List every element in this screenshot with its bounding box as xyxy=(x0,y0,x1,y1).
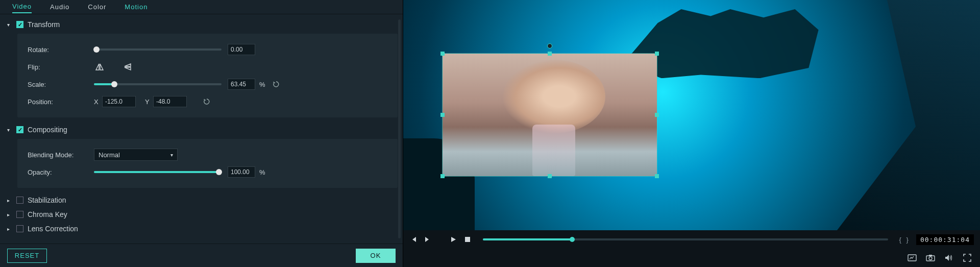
tab-color[interactable]: Color xyxy=(88,1,106,13)
quality-icon[interactable] xyxy=(908,253,917,262)
section-compositing-header[interactable]: ▾ ✓ Compositing xyxy=(5,123,398,137)
mark-in-out-icon[interactable]: { } xyxy=(899,236,910,244)
fullscreen-icon[interactable] xyxy=(963,253,972,262)
section-lens-correction-title: Lens Correction xyxy=(28,225,78,233)
resize-handle[interactable] xyxy=(655,52,659,56)
rotate-input[interactable] xyxy=(228,44,255,55)
section-stabilization-header[interactable]: ▸ Stabilization xyxy=(5,193,398,207)
section-lens-correction-header[interactable]: ▸ Lens Correction xyxy=(5,222,398,236)
section-stabilization-title: Stabilization xyxy=(28,196,66,204)
section-transform-header[interactable]: ▾ ✓ Transform xyxy=(5,17,398,32)
opacity-input[interactable] xyxy=(228,166,255,178)
tab-audio[interactable]: Audio xyxy=(50,1,69,13)
pos-x-label: X xyxy=(94,98,102,106)
preview-panel: { } 00:00:31:04 xyxy=(403,0,980,267)
position-x-input[interactable] xyxy=(102,96,136,107)
scale-input[interactable] xyxy=(228,79,255,90)
reset-button[interactable]: RESET xyxy=(7,249,47,263)
inspector-bottom-bar: RESET OK xyxy=(0,244,403,267)
chevron-down-icon: ▾ xyxy=(7,22,12,28)
chevron-down-icon: ▾ xyxy=(7,127,12,133)
rotate-handle[interactable] xyxy=(547,43,552,48)
chevron-down-icon: ▾ xyxy=(170,152,173,158)
reset-scale-icon[interactable] xyxy=(273,81,280,88)
stop-icon[interactable] xyxy=(463,235,472,244)
playhead[interactable] xyxy=(570,237,575,242)
section-compositing-body: Blending Mode: Normal ▾ Opacity: % xyxy=(17,139,398,188)
chevron-right-icon: ▸ xyxy=(7,226,12,232)
opacity-slider[interactable] xyxy=(94,171,222,173)
inspector-scroll: ▾ ✓ Transform Rotate: Flip: xyxy=(0,14,403,244)
resize-handle[interactable] xyxy=(655,174,659,178)
snapshot-icon[interactable] xyxy=(926,253,935,262)
scrollbar[interactable] xyxy=(398,19,401,238)
tab-video[interactable]: Video xyxy=(12,1,32,13)
rotate-slider[interactable] xyxy=(94,48,222,51)
tab-motion[interactable]: Motion xyxy=(125,1,148,13)
ok-button[interactable]: OK xyxy=(356,249,396,263)
reset-position-icon[interactable] xyxy=(203,98,210,105)
preview-toolbar xyxy=(403,249,980,267)
scale-label: Scale: xyxy=(28,81,94,88)
play-icon[interactable] xyxy=(449,235,457,244)
resize-handle[interactable] xyxy=(548,52,552,56)
inspector-tabs: Video Audio Color Motion xyxy=(0,0,403,14)
overlay-clip-image xyxy=(443,54,657,176)
opacity-unit: % xyxy=(259,168,265,176)
resize-handle[interactable] xyxy=(548,174,552,178)
section-chroma-key-title: Chroma Key xyxy=(28,210,67,219)
resize-handle[interactable] xyxy=(655,113,659,117)
chevron-right-icon: ▸ xyxy=(7,212,12,217)
video-preview[interactable] xyxy=(403,0,980,230)
next-frame-icon[interactable] xyxy=(424,235,432,244)
position-y-input[interactable] xyxy=(153,96,187,107)
svg-rect-4 xyxy=(929,255,932,256)
svg-rect-0 xyxy=(465,237,470,242)
resize-handle[interactable] xyxy=(440,113,445,117)
flip-vertical-icon[interactable] xyxy=(122,62,134,71)
pos-y-label: Y xyxy=(145,98,153,106)
inspector-panel: Video Audio Color Motion ▾ ✓ Transform R… xyxy=(0,0,403,267)
checkbox-chroma-key[interactable] xyxy=(16,211,23,218)
overlay-clip-bounds[interactable] xyxy=(442,53,657,177)
section-chroma-key-header[interactable]: ▸ Chroma Key xyxy=(5,207,398,222)
svg-point-3 xyxy=(929,257,932,260)
svg-rect-1 xyxy=(908,255,916,261)
timecode-display: 00:00:31:04 xyxy=(916,234,974,245)
blend-label: Blending Mode: xyxy=(28,151,94,159)
opacity-label: Opacity: xyxy=(28,168,94,176)
checkbox-stabilization[interactable] xyxy=(16,197,23,204)
blend-mode-value: Normal xyxy=(99,151,120,159)
volume-icon[interactable] xyxy=(944,253,953,262)
checkbox-compositing[interactable]: ✓ xyxy=(16,126,23,133)
player-controls: { } 00:00:31:04 xyxy=(403,230,980,249)
section-compositing-title: Compositing xyxy=(28,126,67,134)
scale-slider[interactable] xyxy=(94,83,222,85)
resize-handle[interactable] xyxy=(440,174,445,178)
flip-horizontal-icon[interactable] xyxy=(94,62,105,71)
prev-frame-icon[interactable] xyxy=(409,235,418,244)
blend-mode-select[interactable]: Normal ▾ xyxy=(94,149,178,161)
rotate-label: Rotate: xyxy=(28,46,94,54)
playback-timeline[interactable] xyxy=(483,238,888,240)
chevron-right-icon: ▸ xyxy=(7,198,12,203)
position-label: Position: xyxy=(28,98,94,106)
section-transform-body: Rotate: Flip: Scale: xyxy=(17,34,398,117)
checkbox-transform[interactable]: ✓ xyxy=(16,21,23,28)
scale-unit: % xyxy=(259,81,265,88)
flip-label: Flip: xyxy=(28,63,94,71)
resize-handle[interactable] xyxy=(440,52,445,56)
checkbox-lens-correction[interactable] xyxy=(16,225,23,232)
section-transform-title: Transform xyxy=(28,20,60,29)
